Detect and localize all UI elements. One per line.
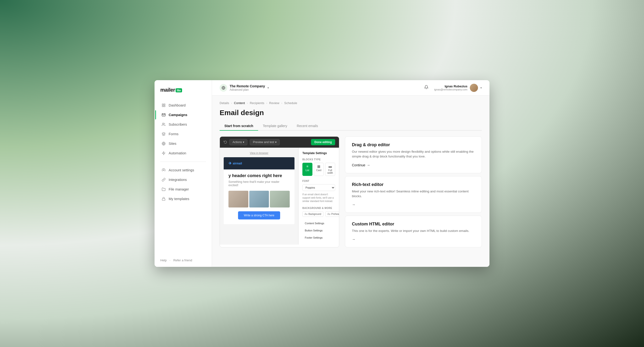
blocks-type-label: BLOCKS TYPE: [302, 158, 335, 161]
header-right: Ignas Rubezius ignas@remotecompany.com ▾: [423, 84, 482, 92]
button-settings-item[interactable]: Button Settings: [302, 227, 335, 234]
refer-link[interactable]: Refer a friend: [173, 258, 192, 262]
sidebar-item-my-templates[interactable]: My templates: [158, 194, 209, 204]
footer-settings-item[interactable]: Footer Settings: [302, 234, 335, 241]
company-globe-icon: [220, 84, 227, 92]
drag-drop-continue-link[interactable]: Continue →: [352, 163, 370, 167]
template-settings-panel: Template Settings BLOCKS TYPE ≡ List ▦ C…: [298, 148, 339, 244]
company-chevron-icon: ▾: [268, 86, 269, 90]
user-details: Ignas Rubezius ignas@remotecompany.com: [434, 84, 468, 91]
breadcrumb-schedule[interactable]: Schedule: [284, 101, 297, 105]
avatar: [470, 84, 478, 92]
block-fullwidth-button[interactable]: ▬ Full width: [325, 163, 335, 176]
editor-preview: Actions ▾ Preview and test ▾ Done editin…: [220, 136, 339, 248]
airmail-logo: ✈ airmail: [228, 161, 242, 166]
sidebar-item-label: Sites: [169, 142, 176, 146]
font-section: FONT Poppins If an email client doesn't …: [302, 180, 335, 203]
folder-icon: [162, 187, 166, 192]
company-selector[interactable]: The Remote Company Advanced plan ▾: [220, 84, 269, 92]
content-settings-item[interactable]: Content Settings: [302, 220, 335, 226]
block-list-button[interactable]: ≡ List: [302, 163, 312, 176]
sidebar-item-forms[interactable]: Forms: [158, 130, 209, 138]
sidebar-item-label: Account settings: [169, 168, 194, 172]
bg-options: Aa Background Aa Preheader: [302, 211, 335, 217]
sidebar-item-dashboard[interactable]: Dashboard: [158, 101, 209, 110]
breadcrumb-recipients[interactable]: Recipients: [250, 101, 264, 105]
rich-text-link[interactable]: →: [352, 203, 355, 206]
view-in-browser-link[interactable]: View in browser: [224, 152, 294, 154]
drag-drop-title: Drag & drop editor: [352, 142, 475, 148]
svg-rect-1: [164, 104, 165, 105]
grid-icon: [162, 103, 166, 108]
email-image-3: [270, 191, 290, 208]
sidebar-item-label: Dashboard: [169, 104, 186, 107]
editor-section: Actions ▾ Preview and test ▾ Done editin…: [220, 136, 482, 248]
svg-point-4: [162, 123, 164, 124]
done-editing-button[interactable]: Done editing: [311, 139, 335, 145]
user-menu[interactable]: Ignas Rubezius ignas@remotecompany.com ▾: [434, 84, 482, 92]
breadcrumb-details[interactable]: Details: [220, 101, 229, 105]
sidebar-item-subscribers[interactable]: Subscribers: [158, 120, 209, 129]
help-link[interactable]: Help: [160, 258, 167, 262]
sidebar-item-label: Subscribers: [169, 122, 187, 126]
page-title: Email design: [220, 109, 482, 117]
font-select[interactable]: Poppins: [302, 184, 335, 191]
notifications-button[interactable]: [423, 84, 430, 92]
breadcrumb-review[interactable]: Review: [269, 101, 280, 105]
custom-html-desc: This one is for the experts. Write or im…: [352, 228, 475, 233]
sidebar-item-sites[interactable]: Sites: [158, 139, 209, 148]
sidebar-item-automation[interactable]: Automation: [158, 148, 209, 158]
layers-icon: [162, 132, 166, 136]
sidebar-item-label: Campaigns: [169, 113, 187, 117]
background-option[interactable]: Aa Background: [302, 211, 324, 217]
email-image-1: [228, 191, 248, 208]
custom-html-card: Custom HTML editor This one is for the e…: [345, 216, 482, 248]
link-icon: [162, 178, 166, 182]
sidebar-item-account-settings[interactable]: Account settings: [158, 166, 209, 175]
users-icon: [162, 122, 166, 126]
tab-gallery[interactable]: Template gallery: [258, 122, 292, 131]
preview-test-button[interactable]: Preview and test ▾: [250, 139, 280, 145]
sidebar-nav: Dashboard Campaigns Subscribers Forms: [154, 101, 212, 158]
undo-button[interactable]: [224, 140, 227, 144]
breadcrumb-content[interactable]: Content: [234, 101, 245, 105]
svg-rect-0: [162, 104, 164, 105]
logo: mailerlite: [160, 87, 182, 93]
preheader-option[interactable]: Aa Preheader: [325, 211, 339, 217]
tab-recent[interactable]: Recent emails: [292, 122, 323, 131]
sidebar-item-label: Integrations: [169, 178, 187, 182]
mail-icon: [162, 113, 166, 117]
user-chevron-icon: ▾: [480, 86, 482, 90]
email-header-bar: ✈ airmail: [224, 157, 294, 170]
block-card-button[interactable]: ▦ Card: [314, 163, 324, 176]
actions-button[interactable]: Actions ▾: [230, 139, 247, 145]
email-images: [224, 191, 294, 211]
sidebar: mailerlite Dashboard Campaigns Subscr: [154, 80, 212, 267]
rich-text-title: Rich-text editor: [352, 182, 475, 187]
settings-title: Template Settings: [302, 152, 335, 155]
main-content: The Remote Company Advanced plan ▾ Ignas…: [212, 80, 490, 267]
svg-point-9: [163, 170, 164, 171]
globe-icon: [162, 142, 166, 146]
cta-button[interactable]: Write a strong CTA here: [238, 211, 280, 220]
svg-rect-3: [162, 106, 164, 107]
email-subtext: Something here that'll make your reader …: [224, 180, 294, 191]
sidebar-item-campaigns[interactable]: Campaigns: [158, 110, 209, 120]
sidebar-item-integrations[interactable]: Integrations: [158, 175, 209, 184]
email-image-2: [249, 191, 269, 208]
email-cta: Write a strong CTA here: [224, 211, 294, 224]
page-content: Details › Content › Recipients › Review …: [212, 96, 490, 267]
sidebar-item-file-manager[interactable]: File manager: [158, 185, 209, 194]
sidebar-item-label: Automation: [169, 151, 186, 155]
settings-icon: [162, 168, 166, 172]
svg-rect-10: [162, 199, 165, 200]
custom-html-link[interactable]: →: [352, 238, 355, 241]
company-info: The Remote Company Advanced plan: [230, 84, 265, 92]
tabs-container: Start from scratch Template gallery Rece…: [220, 122, 482, 131]
settings-menu: Content Settings Button Settings Footer …: [302, 220, 335, 241]
tab-scratch[interactable]: Start from scratch: [220, 122, 258, 131]
drag-drop-desc: Our newest editor gives you more design …: [352, 149, 475, 159]
app-window: mailerlite Dashboard Campaigns Subscr: [154, 80, 490, 267]
svg-marker-8: [162, 152, 165, 154]
drag-drop-card: Drag & drop editor Our newest editor giv…: [345, 136, 482, 173]
